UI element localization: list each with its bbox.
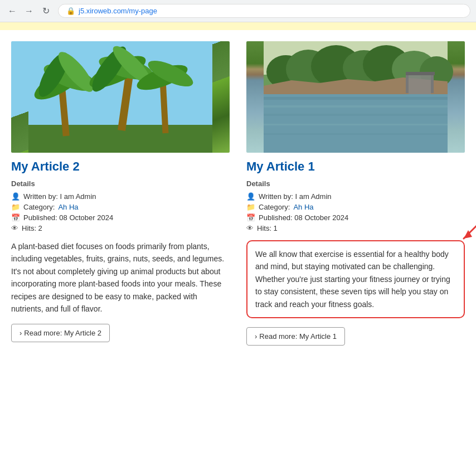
svg-rect-25 [264,94,448,153]
article-2-read-more-button[interactable]: ›Read more: My Article 2 [11,324,110,342]
article-card-2: My Article 2 Details 👤 Written by: I am … [11,41,230,346]
svg-marker-36 [464,230,472,239]
top-banner [0,22,476,30]
calendar-icon: 📅 [11,213,20,222]
article-1-meta: 👤 Written by: I am Admin 📁 Category: Ah … [246,192,465,232]
article-2-published: Published: 08 October 2024 [23,213,113,222]
chevron-icon: › [20,329,22,337]
article-1-author: Written by: I am Admin [259,192,332,201]
lock-icon: 🔒 [66,7,75,15]
article-2-hits: Hits: 2 [22,224,42,232]
eye-icon-1: 👁 [246,224,254,232]
article-2-author: Written by: I am Admin [23,192,96,201]
chevron-icon-1: › [255,332,257,341]
article-2-image [11,41,230,153]
article-2-excerpt: A plant-based diet focuses on foods prim… [11,240,230,315]
article-1-published: Published: 08 October 2024 [259,213,348,222]
author-icon: 👤 [11,192,20,201]
article-2-author-row: 👤 Written by: I am Admin [11,192,230,201]
category-icon-1: 📁 [246,203,255,211]
page-content: My Article 2 Details 👤 Written by: I am … [0,30,476,368]
article-1-image [246,41,465,153]
article-2-details-label: Details [11,179,230,188]
browser-navigation: ← → ↻ [6,4,52,18]
svg-rect-33 [431,74,434,93]
article-2-category-label: Category: [23,203,55,211]
article-1-read-more-button[interactable]: ›Read more: My Article 1 [246,327,345,346]
svg-rect-28 [264,114,448,116]
svg-rect-26 [264,97,448,100]
article-1-published-row: 📅 Published: 08 October 2024 [246,213,465,222]
article-1-hits: Hits: 1 [257,224,278,232]
svg-rect-27 [264,105,448,108]
article-1-category-link[interactable]: Ah Ha [293,203,313,211]
article-1-category-row: 📁 Category: Ah Ha [246,203,465,211]
article-2-hits-row: 👁 Hits: 2 [11,224,230,232]
url-display: j5.xiroweb.com/my-page [79,7,157,15]
browser-chrome: ← → ↻ 🔒 j5.xiroweb.com/my-page [0,0,476,22]
article-1-hits-row: 👁 Hits: 1 [246,224,465,232]
forward-button[interactable]: → [22,4,36,18]
article-2-category-row: 📁 Category: Ah Ha [11,203,230,211]
svg-line-35 [464,211,476,239]
refresh-button[interactable]: ↻ [39,4,52,18]
article-1-excerpt-highlight: We all know that exercise is essential f… [246,240,465,318]
calendar-icon-1: 📅 [246,213,255,222]
svg-rect-30 [264,133,448,135]
article-2-meta: 👤 Written by: I am Admin 📁 Category: Ah … [11,192,230,232]
article-1-excerpt: We all know that exercise is essential f… [255,250,450,309]
article-card-1: My Article 1 Details 👤 Written by: I am … [246,41,465,346]
articles-grid: My Article 2 Details 👤 Written by: I am … [11,30,465,368]
svg-rect-34 [406,72,435,75]
article-1-title[interactable]: My Article 1 [246,159,465,174]
article-2-title[interactable]: My Article 2 [11,159,230,174]
eye-icon: 👁 [11,224,18,232]
back-button[interactable]: ← [6,4,19,18]
author-icon-1: 👤 [246,192,255,201]
article-1-author-row: 👤 Written by: I am Admin [246,192,465,201]
article-1-details-label: Details [246,179,465,188]
address-bar[interactable]: 🔒 j5.xiroweb.com/my-page [58,4,470,18]
article-2-published-row: 📅 Published: 08 October 2024 [11,213,230,222]
article-2-category-link[interactable]: Ah Ha [58,203,78,211]
article-1-category-label: Category: [259,203,290,211]
svg-rect-32 [406,74,409,93]
svg-rect-29 [264,124,448,125]
category-icon: 📁 [11,203,20,211]
